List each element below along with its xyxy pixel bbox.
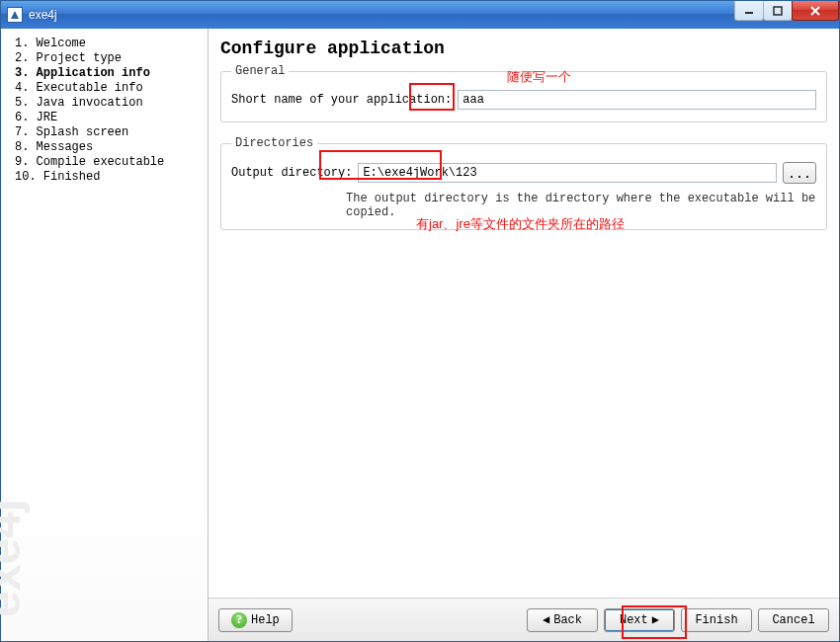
sidebar-item-java-invocation[interactable]: 5. Java invocation [1,96,208,111]
maximize-button[interactable] [763,1,793,21]
sidebar-item-compile-executable[interactable]: 9. Compile executable [1,155,208,170]
svg-rect-2 [774,7,782,15]
output-dir-input[interactable] [358,163,777,183]
sidebar-item-label: Compile executable [37,155,165,169]
sidebar-item-finished[interactable]: 10. Finished [1,170,208,185]
sidebar-item-welcome[interactable]: 1. Welcome [1,37,208,51]
sidebar-item-project-type[interactable]: 2. Project type [1,51,208,66]
row-output-dir: Output directory: ... [231,162,816,184]
sidebar-item-label: Java invocation [37,96,143,110]
next-button[interactable]: Next ▶ [604,608,675,632]
group-directories: Directories Output directory: ... The ou… [220,136,827,230]
group-directories-legend: Directories [231,136,317,150]
sidebar-item-label: Project type [37,51,122,65]
sidebar-item-label: Splash screen [37,125,129,139]
watermark: exe4j [0,499,31,617]
svg-rect-1 [745,12,753,14]
main: Configure application General Short name… [209,29,839,641]
sidebar-item-label: Finished [43,170,101,184]
sidebar-item-executable-info[interactable]: 4. Executable info [1,81,208,96]
sidebar-item-label: Welcome [37,37,86,50]
close-button[interactable] [792,1,839,21]
sidebar-item-application-info[interactable]: 3. Application info [1,66,208,81]
svg-marker-0 [11,11,19,19]
finish-button[interactable]: Finish [681,608,752,632]
close-icon [809,6,821,16]
titlebar: exe4j [1,1,839,29]
sidebar-item-label: JRE [37,111,58,124]
sidebar-item-jre[interactable]: 6. JRE [1,111,208,125]
sidebar-item-messages[interactable]: 8. Messages [1,140,208,155]
body: 1. Welcome 2. Project type 3. Applicatio… [1,29,839,641]
arrow-left-icon: ◀ [543,612,549,627]
minimize-icon [744,6,754,16]
footer: ? Help ◀ Back Next ▶ Finish Cancel [209,598,839,641]
short-name-label: Short name of your application: [231,93,452,107]
minimize-button[interactable] [734,1,764,21]
back-button[interactable]: ◀ Back [527,608,598,632]
back-button-label: Back [553,613,582,627]
output-dir-label: Output directory: [231,166,352,180]
help-icon: ? [231,612,247,628]
sidebar-item-label: Application info [37,66,150,80]
next-button-label: Next [620,613,648,627]
sidebar-item-label: Executable info [37,81,143,95]
step-list: 1. Welcome 2. Project type 3. Applicatio… [1,37,208,185]
row-short-name: Short name of your application: [231,90,816,110]
group-general-legend: General [231,64,289,78]
sidebar-item-label: Messages [37,140,94,154]
browse-button[interactable]: ... [783,162,816,184]
sidebar-item-splash-screen[interactable]: 7. Splash screen [1,125,208,140]
group-general: General Short name of your application: [220,64,827,122]
sidebar: 1. Welcome 2. Project type 3. Applicatio… [1,29,209,641]
help-button[interactable]: ? Help [218,608,293,632]
short-name-input[interactable] [458,90,816,110]
page-title: Configure application [209,29,839,64]
window-controls [735,1,839,21]
maximize-icon [773,6,783,16]
window-title: exe4j [29,8,735,22]
output-dir-hint: The output directory is the directory wh… [231,186,816,219]
cancel-button[interactable]: Cancel [758,608,829,632]
arrow-right-icon: ▶ [652,612,659,627]
app-icon [7,7,23,23]
form-area: General Short name of your application: … [209,64,839,598]
help-button-label: Help [251,613,280,627]
app-window: exe4j 1. Welcome 2. Project type 3. Appl… [0,0,840,642]
